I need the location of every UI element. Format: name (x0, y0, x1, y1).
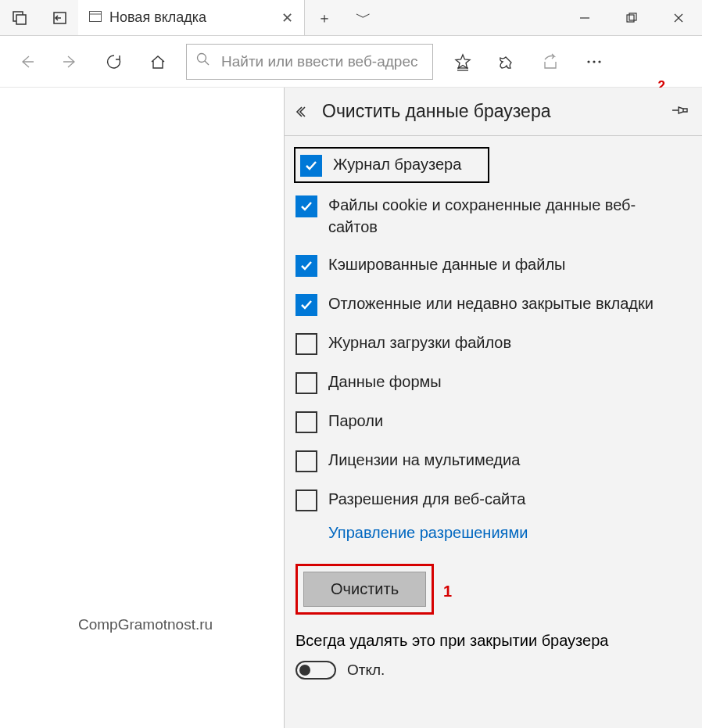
svg-rect-6 (627, 15, 634, 22)
panel-header: Очистить данные браузера (285, 88, 702, 136)
home-button[interactable] (136, 40, 180, 84)
checkbox-2[interactable] (295, 255, 317, 277)
svg-point-14 (598, 60, 600, 63)
clear-option-7: Лицензии на мультимедиа (295, 449, 689, 472)
pin-button[interactable] (671, 102, 688, 120)
maximize-button[interactable] (608, 0, 655, 35)
tab-favicon-icon (89, 11, 102, 24)
address-bar[interactable]: Найти или ввести веб-адрес (186, 44, 433, 80)
checkbox-7[interactable] (295, 450, 317, 472)
clear-row: Очистить1 (295, 559, 689, 632)
favorites-button[interactable] (441, 40, 485, 84)
forward-button[interactable] (48, 40, 92, 84)
notes-button[interactable] (485, 40, 528, 84)
clear-option-8: Разрешения для веб-сайта (295, 488, 689, 511)
set-aside-button[interactable] (39, 0, 78, 35)
svg-rect-1 (16, 15, 26, 24)
share-button[interactable] (528, 40, 572, 84)
clear-button[interactable]: Очистить (303, 572, 426, 607)
checkbox-1[interactable] (295, 195, 317, 217)
clear-option-0: Журнал браузера (294, 147, 489, 183)
watermark-text: CompGramotnost.ru (78, 616, 213, 633)
checkbox-5[interactable] (295, 372, 317, 394)
annotation-box-1: Очистить (295, 564, 434, 615)
option-label-1: Файлы cookie и сохраненные данные веб-са… (328, 194, 664, 238)
back-button[interactable] (5, 40, 48, 84)
svg-point-12 (587, 60, 589, 63)
browser-tab[interactable]: Новая вкладка ✕ (78, 0, 305, 35)
checkbox-6[interactable] (295, 411, 317, 433)
panel-title: Очистить данные браузера (322, 101, 551, 122)
always-clear-label: Всегда удалять это при закрытии браузера (295, 632, 689, 650)
window-controls (561, 0, 702, 35)
svg-rect-7 (629, 13, 636, 20)
clear-data-panel: Очистить данные браузера Журнал браузера… (284, 88, 702, 728)
option-label-2: Кэшированные данные и файлы (328, 253, 565, 275)
tab-close-button[interactable]: ✕ (281, 9, 293, 27)
more-button[interactable] (572, 40, 616, 84)
content-area: CompGramotnost.ru Очистить данные браузе… (0, 88, 702, 728)
manage-permissions-link[interactable]: Управление разрешениями (328, 524, 528, 542)
toolbar: Найти или ввести веб-адрес 2 (0, 36, 702, 88)
panel-back-button[interactable] (295, 106, 322, 117)
panel-body: Журнал браузераФайлы cookie и сохраненны… (285, 136, 702, 687)
option-label-7: Лицензии на мультимедиа (328, 449, 520, 471)
toggle-switch[interactable] (295, 661, 336, 680)
task-view-button[interactable] (0, 0, 39, 35)
checkbox-4[interactable] (295, 333, 317, 355)
option-label-6: Пароли (328, 410, 383, 432)
option-label-0: Журнал браузера (333, 153, 461, 175)
clear-option-5: Данные формы (295, 371, 689, 394)
checkbox-0[interactable] (300, 155, 322, 177)
toggle-state-label: Откл. (347, 662, 385, 679)
refresh-button[interactable] (92, 40, 136, 84)
minimize-button[interactable] (561, 0, 608, 35)
always-clear-toggle: Откл. (295, 661, 689, 680)
tab-title: Новая вкладка (109, 9, 206, 26)
clear-option-3: Отложенные или недавно закрытые вкладки (295, 292, 689, 316)
option-label-3: Отложенные или недавно закрытые вкладки (328, 292, 654, 314)
clear-option-4: Журнал загрузки файлов (295, 332, 689, 355)
clear-option-1: Файлы cookie и сохраненные данные веб-са… (295, 194, 689, 238)
option-label-8: Разрешения для веб-сайта (328, 488, 525, 510)
checkbox-3[interactable] (295, 294, 317, 316)
search-icon (196, 52, 210, 70)
clear-option-6: Пароли (295, 410, 689, 433)
svg-rect-3 (90, 12, 102, 22)
clear-option-2: Кэшированные данные и файлы (295, 253, 689, 277)
toggle-knob (299, 665, 310, 676)
option-label-4: Журнал загрузки файлов (328, 332, 511, 353)
titlebar: Новая вкладка ✕ ＋ ﹀ (0, 0, 702, 36)
annotation-marker-1: 1 (443, 583, 452, 601)
option-label-5: Данные формы (328, 371, 442, 393)
svg-point-13 (593, 60, 595, 63)
new-tab-button[interactable]: ＋ (305, 0, 344, 35)
close-window-button[interactable] (655, 0, 702, 35)
address-placeholder: Найти или ввести веб-адрес (221, 53, 417, 70)
svg-line-9 (205, 61, 209, 65)
tab-dropdown-button[interactable]: ﹀ (344, 0, 383, 35)
checkbox-8[interactable] (295, 490, 317, 511)
svg-point-8 (198, 54, 206, 63)
